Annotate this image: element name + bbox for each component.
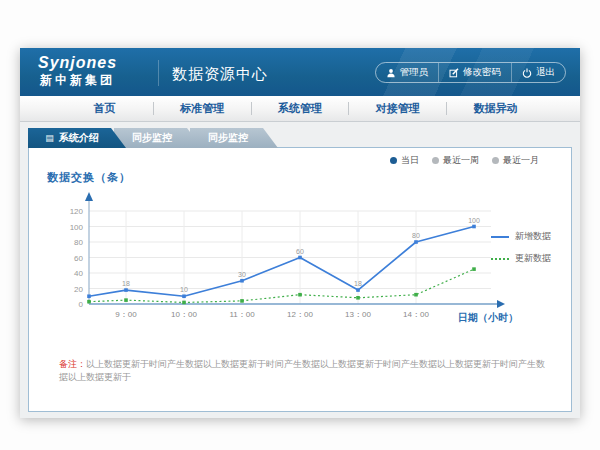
filter-radio-group: 当日 最近一周 最近一月	[390, 154, 539, 167]
nav-item-data-change[interactable]: 数据异动	[447, 101, 544, 116]
svg-text:120: 120	[70, 207, 84, 216]
power-icon	[522, 68, 532, 78]
change-password-button[interactable]: 修改密码	[438, 63, 511, 82]
user-icon	[386, 68, 396, 78]
svg-text:40: 40	[74, 269, 83, 278]
radio-last-month[interactable]: 最近一月	[492, 154, 539, 167]
radio-label: 当日	[401, 154, 419, 167]
svg-text:30: 30	[238, 271, 246, 278]
tab-bar: ▤ 系统介绍 同步监控 同步监控	[28, 128, 278, 148]
svg-text:18: 18	[354, 280, 362, 287]
nav-item-system-management[interactable]: 系统管理	[252, 101, 349, 116]
nav-item-standard-management[interactable]: 标准管理	[154, 101, 251, 116]
legend-line-solid-icon	[491, 236, 509, 238]
user-button-label: 管理员	[400, 66, 429, 79]
content-area: ▤ 系统介绍 同步监控 同步监控 当日 最近一周 最近一月	[20, 122, 580, 418]
legend-label: 新增数据	[515, 230, 551, 243]
content-panel: 当日 最近一周 最近一月 数据交换（条） 0204060801001209：00…	[28, 147, 572, 412]
logo-cn: 新中新集团	[38, 72, 117, 88]
svg-text:14：00: 14：00	[403, 310, 429, 319]
nav-item-interface-management[interactable]: 对接管理	[349, 101, 446, 116]
header: Synjones 新中新集团 数据资源中心 管理员 修改密码	[20, 48, 580, 96]
line-chart: 0204060801001209：0010：0011：0012：0013：001…	[39, 187, 509, 327]
user-button[interactable]: 管理员	[376, 63, 439, 82]
radio-dot	[432, 157, 439, 164]
chart-y-axis-label: 数据交换（条）	[47, 170, 131, 185]
svg-text:80: 80	[74, 238, 83, 247]
document-grid-icon: ▤	[45, 134, 54, 143]
legend-item-update-data: 更新数据	[491, 252, 551, 265]
app-window: Synjones 新中新集团 数据资源中心 管理员 修改密码	[20, 48, 580, 418]
svg-text:9：00: 9：00	[115, 310, 137, 319]
note-text: 以上数据更新于时间产生数据以上数据更新于时间产生数据以上数据更新于时间产生数据以…	[59, 359, 545, 382]
footer-note: 备注：以上数据更新于时间产生数据以上数据更新于时间产生数据以上数据更新于时间产生…	[59, 358, 549, 384]
svg-text:60: 60	[74, 254, 83, 263]
svg-text:12：00: 12：00	[287, 310, 313, 319]
radio-today[interactable]: 当日	[390, 154, 419, 167]
svg-text:100: 100	[70, 223, 84, 232]
logo-divider	[158, 60, 159, 86]
svg-text:80: 80	[412, 232, 420, 239]
svg-text:11：00: 11：00	[229, 310, 255, 319]
nav-item-home[interactable]: 首页	[56, 101, 153, 116]
radio-label: 最近一月	[503, 154, 539, 167]
logo-en: Synjones	[38, 54, 117, 72]
radio-dot	[492, 157, 499, 164]
radio-last-week[interactable]: 最近一周	[432, 154, 479, 167]
radio-label: 最近一周	[443, 154, 479, 167]
note-prefix: 备注：	[59, 359, 86, 369]
svg-text:13：00: 13：00	[345, 310, 371, 319]
svg-text:60: 60	[296, 248, 304, 255]
logout-button-label: 退出	[536, 66, 555, 79]
legend-line-dotted-icon	[491, 258, 509, 260]
legend-item-new-data: 新增数据	[491, 230, 551, 243]
svg-text:100: 100	[468, 217, 480, 224]
svg-text:10：00: 10：00	[171, 310, 197, 319]
edit-icon	[449, 68, 459, 78]
main-nav: 首页 标准管理 系统管理 对接管理 数据异动	[20, 96, 580, 122]
svg-text:18: 18	[122, 280, 130, 287]
chart-legend: 新增数据 更新数据	[491, 230, 551, 265]
change-password-label: 修改密码	[463, 66, 501, 79]
app-title: 数据资源中心	[172, 65, 268, 84]
header-actions: 管理员 修改密码 退出	[375, 62, 567, 83]
tab-label: 系统介绍	[59, 128, 99, 148]
svg-text:10: 10	[180, 286, 188, 293]
tab-system-intro[interactable]: ▤ 系统介绍	[28, 128, 126, 148]
radio-dot	[390, 157, 397, 164]
synjones-logo: Synjones 新中新集团	[38, 54, 117, 88]
tab-sync-monitor-2[interactable]: 同步监控	[190, 128, 278, 148]
tab-sync-monitor-1[interactable]: 同步监控	[114, 128, 202, 148]
svg-text:20: 20	[74, 285, 83, 294]
legend-label: 更新数据	[515, 252, 551, 265]
chart-x-axis-label: 日期（小时）	[458, 311, 518, 325]
svg-text:0: 0	[79, 300, 84, 309]
logout-button[interactable]: 退出	[511, 63, 565, 82]
